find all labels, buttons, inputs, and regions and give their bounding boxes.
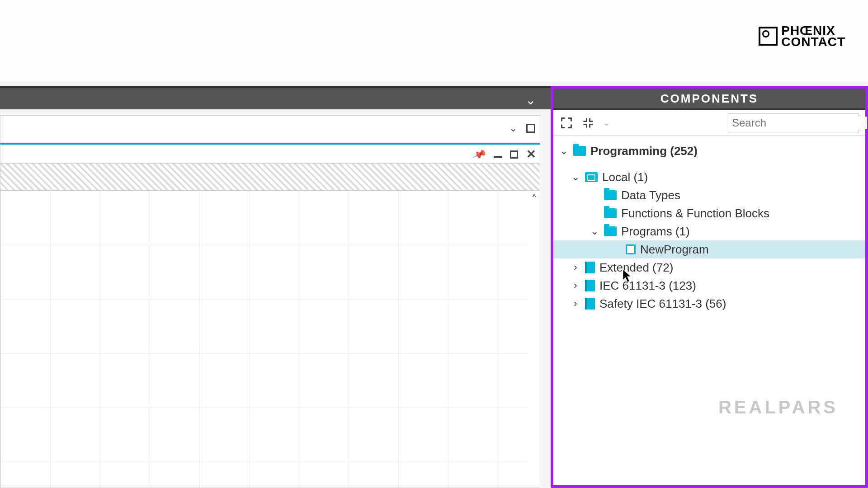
panel-toolbar: ⌄ 🔍 (553, 110, 865, 136)
tree-node-programming[interactable]: ⌄ Programming (252) (557, 142, 862, 160)
library-icon (585, 262, 595, 273)
editor-canvas[interactable]: ˄ (0, 163, 540, 488)
chevron-down-icon[interactable]: ⌄ (603, 118, 610, 128)
chevron-right-icon[interactable]: › (571, 298, 580, 310)
components-panel: COMPONENTS ⌄ 🔍 ⌄ Programming (252) (551, 86, 868, 488)
expand-all-icon[interactable] (560, 116, 573, 130)
folder-icon (604, 190, 617, 200)
library-icon (585, 298, 595, 310)
tree-label: Programs (1) (621, 225, 690, 239)
chevron-down-icon[interactable]: ⌄ (571, 171, 580, 183)
chevron-down-icon[interactable]: ⌄ (525, 93, 536, 108)
brand-line2: CONTACT (781, 36, 845, 47)
tree-label: Data Types (621, 188, 680, 202)
chevron-down-icon[interactable]: ⌄ (590, 225, 599, 237)
search-input[interactable] (732, 117, 867, 129)
folder-icon (585, 172, 598, 182)
tree-node-extended[interactable]: › Extended (72) (557, 258, 862, 277)
watermark: REALPARS (718, 397, 838, 418)
close-icon[interactable]: ✕ (526, 147, 536, 161)
tree-label: Programming (252) (590, 144, 698, 158)
tree-label: Functions & Function Blocks (621, 206, 769, 221)
folder-icon (573, 146, 586, 156)
tree-node-newprogram[interactable]: NewProgram (553, 240, 865, 258)
library-icon (585, 280, 595, 291)
pin-icon[interactable]: 📌 (472, 147, 487, 162)
chevron-right-icon[interactable]: › (571, 262, 580, 273)
folder-icon (604, 208, 617, 218)
collapse-all-icon[interactable] (581, 116, 595, 130)
tree-node-functions[interactable]: Functions & Function Blocks (557, 204, 862, 222)
chevron-right-icon[interactable]: › (571, 280, 580, 291)
brand-icon (759, 27, 778, 46)
app-header: PHŒNIX CONTACT (0, 0, 868, 81)
tree-node-iec[interactable]: › IEC 61131-3 (123) (557, 277, 862, 295)
tree-label: Local (1) (602, 170, 648, 184)
tree-label: Extended (72) (599, 261, 673, 275)
panel-title: COMPONENTS (553, 89, 865, 110)
tab-strip: ⌄ (0, 115, 540, 142)
ladder-grid[interactable] (0, 191, 526, 488)
maximize-icon[interactable] (526, 124, 535, 133)
chevron-down-icon[interactable]: ⌄ (559, 145, 569, 157)
tree-node-safety[interactable]: › Safety IEC 61131-3 (56) (557, 295, 862, 313)
tree-node-local[interactable]: ⌄ Local (1) (557, 168, 862, 186)
component-tree: ⌄ Programming (252) ⌄ Local (1) Data Typ… (553, 136, 865, 313)
search-box[interactable]: 🔍 (728, 113, 859, 132)
program-file-icon (626, 244, 636, 254)
variable-header-strip (0, 164, 540, 191)
tree-node-datatypes[interactable]: Data Types (557, 186, 862, 204)
folder-icon (604, 226, 617, 236)
tree-label: NewProgram (640, 243, 709, 257)
brand-text: PHŒNIX CONTACT (781, 25, 845, 47)
tree-node-programs[interactable]: ⌄ Programs (1) (557, 222, 862, 240)
mouse-cursor-icon (621, 269, 634, 283)
maximize-icon[interactable] (510, 150, 518, 159)
tree-label: IEC 61131-3 (123) (599, 279, 696, 293)
brand-logo: PHŒNIX CONTACT (759, 25, 845, 47)
tree-label: Safety IEC 61131-3 (56) (599, 297, 726, 311)
editor-titlebar: 📌 ✕ (0, 143, 540, 163)
scroll-up-icon[interactable]: ˄ (531, 193, 537, 207)
chevron-down-icon[interactable]: ⌄ (509, 122, 517, 134)
minimize-icon[interactable] (494, 156, 502, 158)
